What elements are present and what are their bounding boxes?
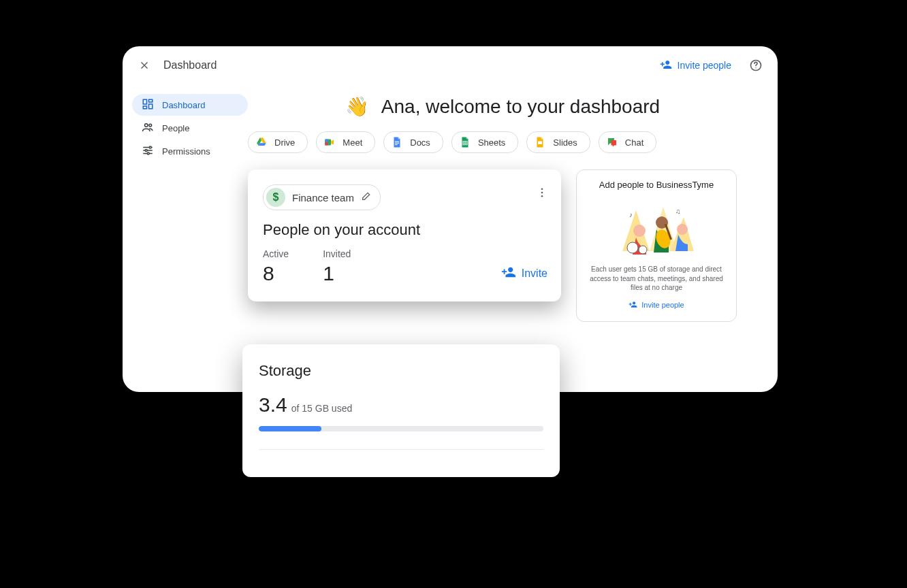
app-chip-drive[interactable]: Drive	[248, 131, 308, 153]
svg-rect-15	[395, 143, 399, 144]
storage-suffix: of 15 GB used	[291, 403, 353, 414]
sidebar-item-people[interactable]: People	[132, 117, 248, 139]
promo-description: Each user gets 15 GB of storage and dire…	[585, 265, 728, 293]
team-name: Finance team	[292, 192, 354, 203]
svg-rect-16	[395, 144, 398, 145]
dashboard-icon	[142, 98, 154, 112]
sidebar-item-label: Dashboard	[162, 100, 206, 110]
storage-progress-bar	[259, 426, 543, 431]
welcome-text: Ana, welcome to your dashboard	[381, 96, 660, 118]
sidebar-item-dashboard[interactable]: Dashboard	[132, 94, 248, 116]
breadcrumb: Dashboard	[163, 59, 217, 71]
stat-label: Active	[263, 248, 289, 259]
sidebar-item-label: People	[162, 123, 189, 133]
storage-card: Storage 3.4 of 15 GB used	[242, 344, 560, 477]
svg-point-19	[541, 188, 543, 190]
invite-button[interactable]: Invite	[501, 265, 547, 282]
invite-people-button[interactable]: Invite people	[660, 59, 731, 73]
divider	[259, 449, 543, 450]
main-content: 👋 Ana, welcome to your dashboard Drive	[248, 84, 778, 322]
promo-invite-link[interactable]: Invite people	[628, 300, 684, 310]
svg-rect-2	[143, 99, 146, 104]
chat-icon	[606, 136, 618, 148]
svg-point-28	[639, 246, 647, 254]
drive-icon	[255, 136, 268, 148]
wave-emoji: 👋	[345, 95, 369, 118]
svg-point-26	[677, 224, 688, 235]
person-add-icon	[501, 265, 516, 282]
people-card: $ Finance team People on your account Ac…	[248, 169, 561, 301]
meet-icon	[323, 136, 336, 148]
chip-label: Slides	[553, 137, 577, 148]
edit-icon[interactable]	[361, 191, 372, 204]
app-chip-meet[interactable]: Meet	[316, 131, 375, 153]
svg-text:♫: ♫	[675, 208, 681, 215]
stat-value: 1	[323, 262, 351, 285]
dollar-badge-icon: $	[266, 188, 285, 207]
promo-title: Add people to BusinessTyme	[585, 180, 728, 190]
chip-label: Chat	[625, 137, 643, 148]
svg-point-6	[145, 123, 148, 127]
svg-rect-14	[395, 142, 399, 142]
app-shortcuts: Drive Meet Docs	[248, 131, 757, 153]
svg-rect-12	[325, 140, 329, 143]
sheets-icon	[459, 136, 471, 148]
svg-point-21	[541, 195, 543, 197]
svg-rect-13	[325, 142, 329, 146]
tune-icon	[142, 144, 154, 159]
chip-label: Drive	[274, 137, 295, 148]
svg-rect-18	[538, 142, 542, 145]
sidebar-item-label: Permissions	[162, 146, 210, 157]
invite-people-label: Invite people	[678, 60, 731, 71]
app-chip-slides[interactable]: Slides	[526, 131, 590, 153]
storage-progress-fill	[259, 426, 321, 431]
chip-label: Meet	[343, 137, 362, 148]
docs-icon	[391, 136, 403, 148]
team-chip[interactable]: $ Finance team	[263, 184, 381, 210]
stat-invited: Invited 1	[323, 248, 351, 285]
welcome-heading: 👋 Ana, welcome to your dashboard	[248, 95, 757, 118]
svg-rect-5	[143, 106, 146, 109]
svg-point-9	[145, 149, 147, 151]
storage-title: Storage	[259, 362, 543, 380]
svg-rect-3	[149, 99, 153, 102]
app-chip-sheets[interactable]: Sheets	[451, 131, 518, 153]
svg-point-10	[147, 152, 149, 154]
svg-rect-4	[149, 104, 153, 109]
topbar: Dashboard Invite people	[123, 46, 778, 84]
stat-label: Invited	[323, 248, 351, 259]
band-illustration: ♪ ♫	[616, 197, 697, 258]
more-menu-icon[interactable]	[532, 183, 552, 202]
app-chip-chat[interactable]: Chat	[599, 131, 656, 153]
sidebar-item-permissions[interactable]: Permissions	[132, 140, 248, 162]
svg-text:♪: ♪	[629, 211, 633, 218]
promo-link-label: Invite people	[641, 301, 684, 309]
close-icon[interactable]	[135, 56, 154, 75]
svg-point-27	[627, 242, 638, 253]
people-icon	[142, 121, 154, 135]
stat-active: Active 8	[263, 248, 289, 285]
person-add-icon	[660, 59, 672, 73]
svg-point-22	[633, 225, 646, 237]
slides-icon	[534, 136, 546, 148]
admin-dashboard-window: Dashboard Invite people Dashboard	[123, 46, 778, 392]
people-card-title: People on your account	[263, 221, 547, 239]
add-people-promo-card: Add people to BusinessTyme	[576, 169, 737, 322]
svg-point-20	[541, 192, 543, 194]
stat-value: 8	[263, 262, 289, 285]
help-icon[interactable]	[746, 56, 765, 75]
sidebar: Dashboard People Permissions	[123, 84, 248, 163]
svg-point-8	[149, 146, 151, 148]
person-add-icon	[628, 300, 637, 310]
chip-label: Sheets	[478, 137, 505, 148]
chip-label: Docs	[410, 137, 430, 148]
app-chip-docs[interactable]: Docs	[383, 131, 443, 153]
svg-point-7	[149, 124, 152, 127]
storage-value: 3.4	[259, 393, 287, 416]
invite-label: Invite	[522, 267, 547, 280]
svg-point-1	[755, 67, 756, 68]
